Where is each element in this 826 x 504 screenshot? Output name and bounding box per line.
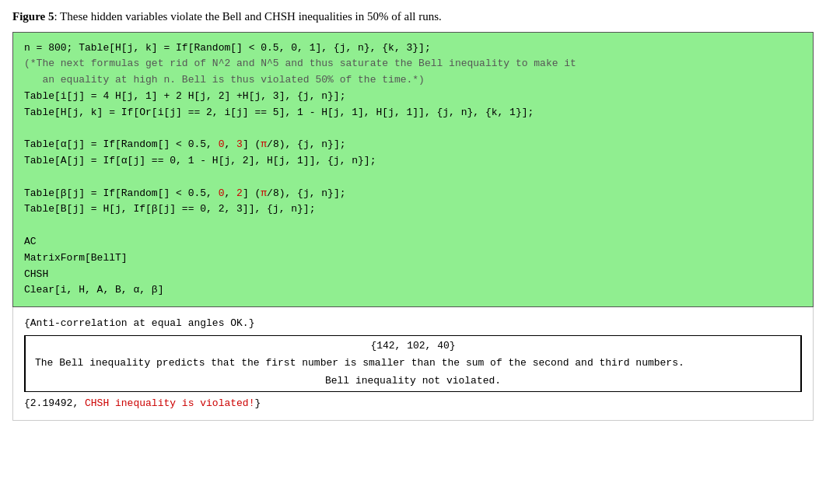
output-numbers: {142, 102, 40} [35, 338, 791, 355]
bracket-right [797, 335, 802, 391]
code-line-matrix: MatrixForm[BellT] [24, 250, 802, 267]
code-line-8: Table[A[j] = If[α[j] == 0, 1 - H[j, 2], … [24, 153, 802, 170]
code-line-2: (*The next formulas get rid of N^2 and N… [24, 56, 802, 72]
code-line-4: Table[i[j] = 4 H[j, 1] + 2 H[j, 2] +H[j,… [24, 89, 802, 105]
output-block: {Anti-correlation at equal angles OK.} {… [12, 307, 814, 420]
code-line-ac: AC [24, 234, 802, 250]
code-line-blank2 [24, 170, 802, 186]
figure-caption-text: : These hidden variables violate the Bel… [54, 10, 441, 23]
output-bell-line2: Bell inequality not violated. [35, 373, 791, 390]
output-chsh-suffix: } [254, 397, 261, 409]
code-line-1: n = 800; Table[H[j, k] = If[Random[] < 0… [24, 40, 802, 57]
output-chsh-violation: CHSH inequality is violated! [85, 397, 254, 409]
figure-caption: Figure 5: These hidden variables violate… [12, 8, 814, 26]
figure-label: Figure 5 [12, 10, 54, 23]
code-block: n = 800; Table[H[j, k] = If[Random[] < 0… [12, 32, 814, 308]
output-chsh-line: {2.19492, CHSH inequality is violated!} [24, 395, 802, 412]
bell-output-bracket: {142, 102, 40} The Bell inequality predi… [24, 335, 802, 391]
bell-output-content: {142, 102, 40} The Bell inequality predi… [29, 335, 797, 391]
output-bell-line1: The Bell inequality predicts that the fi… [35, 355, 791, 372]
code-line-5: Table[H[j, k] = If[Or[i[j] == 2, i[j] ==… [24, 105, 802, 121]
code-line-chsh-call: CHSH [24, 267, 802, 283]
code-line-clear: Clear[i, H, A, B, α, β] [24, 282, 802, 299]
code-line-blank3 [24, 218, 802, 234]
code-line-7: Table[α[j] = If[Random[] < 0.5, 0, 3] (π… [24, 137, 802, 153]
output-anticorrelation: {Anti-correlation at equal angles OK.} [24, 315, 802, 332]
page-wrapper: Figure 5: These hidden variables violate… [0, 0, 826, 429]
code-line-10: Table[β[j] = If[Random[] < 0.5, 0, 2] (π… [24, 186, 802, 202]
code-line-11: Table[B[j] = H[j, If[β[j] == 0, 2, 3]], … [24, 201, 802, 218]
code-line-blank1 [24, 121, 802, 137]
code-line-3: an equality at high n. Bell is thus viol… [24, 72, 802, 89]
output-chsh-prefix: {2.19492, [24, 397, 85, 409]
